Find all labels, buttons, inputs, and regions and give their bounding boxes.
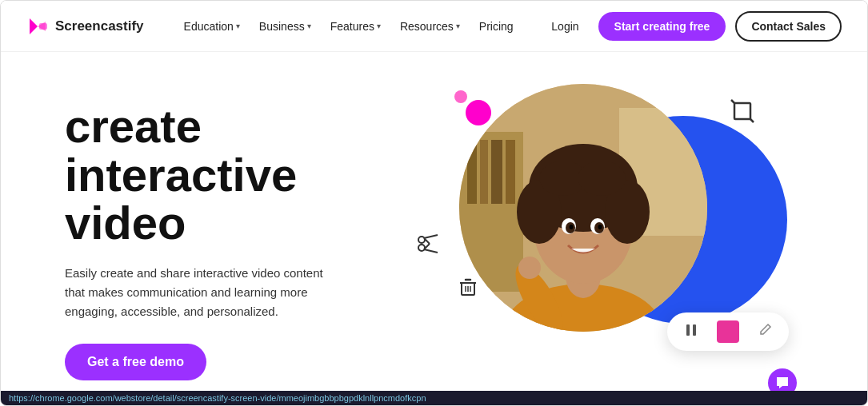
dot-pink-small [454, 90, 467, 103]
login-button[interactable]: Login [542, 14, 588, 39]
svg-point-23 [598, 225, 602, 229]
logo-icon [26, 15, 49, 38]
status-bar: https://chrome.google.com/webstore/detai… [1, 391, 867, 405]
svg-marker-0 [30, 18, 38, 34]
playback-toolbar [667, 312, 789, 351]
nav-education[interactable]: Education ▾ [176, 14, 248, 39]
stop-button[interactable] [717, 320, 739, 343]
svg-line-32 [424, 249, 438, 253]
logo[interactable]: Screencastify [26, 15, 144, 38]
svg-rect-41 [686, 324, 690, 336]
svg-rect-26 [734, 103, 750, 119]
chevron-down-icon: ▾ [377, 22, 381, 30]
hero-right [401, 76, 803, 406]
nav-links: Education ▾ Business ▾ Features ▾ Resour… [176, 14, 542, 39]
svg-rect-5 [467, 140, 477, 204]
nav-features[interactable]: Features ▾ [322, 14, 389, 39]
hero-title: create interactive video [65, 102, 401, 249]
hero-subtitle: Easily create and share interactive vide… [65, 264, 337, 321]
trash-icon [457, 276, 479, 303]
pause-button[interactable] [683, 322, 699, 342]
hero-section: create interactive video Easily create a… [1, 52, 867, 406]
svg-rect-2 [39, 23, 47, 30]
chevron-down-icon: ▾ [307, 22, 311, 30]
svg-point-29 [418, 237, 425, 243]
svg-line-27 [731, 100, 734, 103]
svg-point-22 [570, 225, 574, 229]
nav-right: Login Start creating free Contact Sales [542, 11, 842, 42]
svg-point-17 [578, 161, 626, 196]
svg-point-25 [518, 257, 541, 279]
svg-rect-42 [693, 324, 696, 336]
get-free-demo-button[interactable]: Get a free demo [65, 344, 206, 380]
person-illustration [459, 84, 707, 332]
person-photo [459, 84, 707, 332]
logo-text: Screencastify [55, 18, 144, 34]
svg-line-28 [750, 119, 754, 122]
start-creating-button[interactable]: Start creating free [598, 12, 726, 41]
svg-rect-7 [491, 140, 502, 204]
svg-rect-8 [506, 140, 515, 204]
svg-rect-6 [480, 140, 488, 204]
crop-icon [730, 98, 755, 129]
svg-point-30 [418, 245, 425, 251]
chevron-down-icon: ▾ [456, 22, 460, 30]
hero-left: create interactive video Easily create a… [65, 102, 401, 381]
scissors-icon [415, 232, 439, 261]
dot-magenta [466, 100, 491, 125]
svg-line-31 [424, 235, 438, 238]
chevron-down-icon: ▾ [236, 22, 240, 30]
nav-business[interactable]: Business ▾ [251, 14, 319, 39]
contact-sales-button[interactable]: Contact Sales [735, 11, 842, 42]
nav-resources[interactable]: Resources ▾ [392, 14, 468, 39]
navbar: Screencastify Education ▾ Business ▾ Fea… [1, 1, 867, 52]
edit-button[interactable] [757, 322, 773, 342]
nav-pricing[interactable]: Pricing [471, 14, 522, 39]
